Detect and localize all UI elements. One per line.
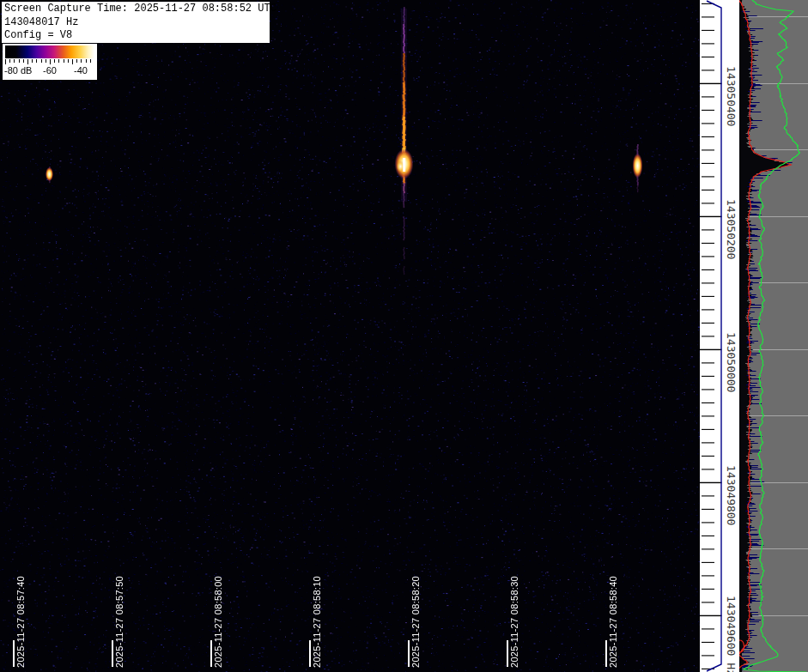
freq-label-2: 143050200	[724, 199, 738, 259]
time-label-1: 2025-11-27 08:57:40	[15, 576, 27, 668]
freq-label-1: 143050400	[724, 66, 738, 126]
spectrogram-app-window: Screen Capture Time: 2025-11-27 08:58:52…	[0, 0, 808, 672]
capture-info-box: Screen Capture Time: 2025-11-27 08:58:52…	[2, 2, 270, 43]
waterfall-display	[0, 0, 700, 672]
intensity-gradient-bar	[5, 45, 94, 58]
time-tick-2	[112, 640, 113, 667]
legend-label-minus80db: -80 dB	[4, 65, 32, 76]
intensity-legend: -80 dB -60 -40	[3, 44, 97, 80]
freq-label-3: 143050000	[724, 332, 738, 392]
time-tick-4	[309, 640, 311, 667]
time-label-7: 2025-11-27 08:58:40	[608, 576, 619, 668]
legend-tick-marks	[5, 59, 94, 64]
freq-label-4: 143049800	[724, 465, 738, 525]
freq-label-5: 143049600 Hz	[724, 596, 738, 672]
legend-label-minus60: -60	[43, 65, 57, 76]
time-label-6: 2025-11-27 08:58:30	[509, 576, 520, 668]
center-frequency-line: 143048017 Hz	[4, 16, 267, 30]
live-spectrum-panel	[739, 0, 808, 672]
time-tick-1	[13, 640, 15, 667]
time-label-2: 2025-11-27 08:57:50	[114, 576, 125, 668]
time-tick-3	[210, 640, 212, 667]
config-line: Config = V8	[4, 29, 267, 43]
time-label-3: 2025-11-27 08:58:00	[213, 576, 224, 668]
time-tick-6	[507, 640, 508, 667]
time-tick-5	[408, 640, 410, 667]
capture-time-line: Screen Capture Time: 2025-11-27 08:58:52…	[4, 3, 267, 16]
legend-label-minus40: -40	[74, 65, 88, 76]
time-tick-7	[605, 640, 607, 667]
time-label-4: 2025-11-27 08:58:10	[312, 576, 323, 668]
time-label-5: 2025-11-27 08:58:20	[410, 576, 422, 668]
